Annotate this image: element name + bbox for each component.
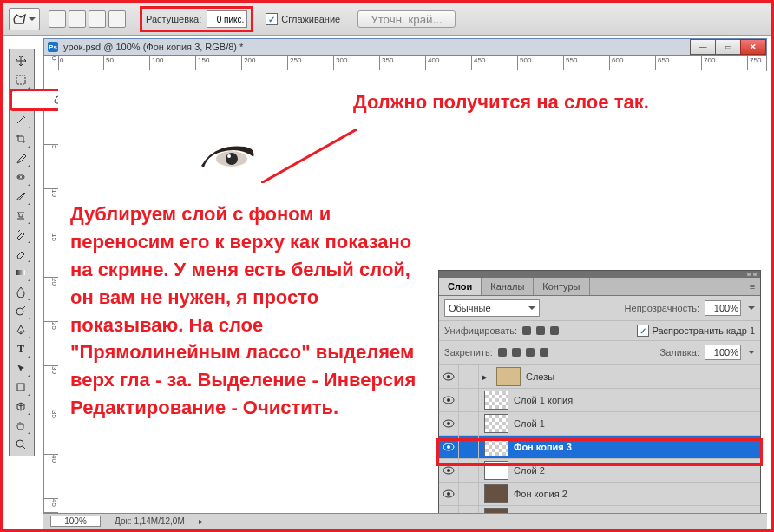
refine-edge-button[interactable]: Уточн. край... [357, 10, 455, 28]
zoom-input[interactable]: 100% [50, 516, 101, 527]
layer-row[interactable]: Фон🔒 [439, 529, 760, 532]
current-tool-preset[interactable] [9, 8, 40, 30]
ruler-tick: 350 [380, 56, 426, 70]
dodge-tool-icon[interactable] [11, 302, 30, 319]
visibility-toggle[interactable] [439, 459, 459, 482]
layer-thumbnail[interactable] [484, 414, 508, 433]
ruler-tick: 25 [44, 322, 58, 366]
lock-all-icon[interactable] [540, 348, 548, 357]
crop-tool-icon[interactable] [11, 130, 30, 148]
unify-label: Унифицировать: [444, 325, 517, 336]
selection-add-icon[interactable] [69, 10, 86, 28]
layer-row[interactable]: Слой 2 [439, 458, 760, 482]
window-maximize-button[interactable]: ▭ [715, 39, 741, 55]
layer-row[interactable]: Слой 1 копия [439, 388, 760, 411]
panel-grip[interactable] [439, 271, 760, 278]
fill-flyout-icon[interactable] [748, 351, 755, 354]
selection-subtract-icon[interactable] [89, 10, 106, 28]
magic-wand-tool-icon[interactable] [11, 111, 30, 128]
group-expand-icon[interactable]: ▸ [482, 371, 488, 383]
lock-pixels-icon[interactable] [512, 348, 521, 357]
layer-row[interactable]: Слой 1 [439, 411, 760, 435]
fill-input[interactable]: 100% [705, 345, 741, 360]
visibility-toggle[interactable] [439, 389, 459, 411]
layer-group[interactable]: ▸ Слезы [439, 365, 760, 388]
link-cell [459, 436, 479, 458]
tab-channels[interactable]: Каналы [482, 278, 534, 295]
eye-artwork [197, 140, 258, 173]
canvas[interactable]: Должно получится на слое так. Дублируем … [58, 70, 766, 513]
hand-tool-icon[interactable] [11, 417, 30, 434]
layer-thumbnail[interactable] [484, 437, 508, 456]
selection-intersect-icon[interactable] [108, 10, 126, 28]
ruler-tick: 300 [334, 56, 380, 70]
ruler-tick: 500 [518, 56, 564, 70]
layer-name: Слой 2 [514, 465, 545, 476]
move-tool-icon[interactable] [11, 52, 30, 69]
healing-tool-icon[interactable] [11, 168, 30, 186]
panel-menu-icon[interactable]: ≡ [744, 278, 760, 295]
ruler-vertical: 0551015202530354045 [43, 56, 59, 513]
antialias-checkbox[interactable]: ✓ Сглаживание [266, 13, 340, 25]
feather-label: Растушевка: [146, 14, 201, 24]
svg-point-3 [22, 176, 23, 178]
eyedropper-tool-icon[interactable] [11, 149, 30, 167]
chevron-down-icon [29, 17, 36, 21]
antialias-label: Сглаживание [281, 14, 340, 24]
eraser-tool-icon[interactable] [11, 245, 30, 262]
layer-row[interactable]: Фон копия 2 [439, 482, 760, 505]
layer-row[interactable]: Фон копия 3 [439, 435, 760, 458]
lock-position-icon[interactable] [526, 348, 535, 357]
3d-tool-icon[interactable] [11, 397, 30, 415]
svg-line-11 [261, 129, 357, 183]
feather-group-highlight: Растушевка: [140, 6, 253, 32]
layer-name: Фон копия 3 [514, 442, 572, 452]
opacity-flyout-icon[interactable] [748, 306, 755, 310]
zoom-tool-icon[interactable] [11, 436, 30, 453]
propagate-checkbox[interactable]: ✓ Распространить кадр 1 [637, 325, 755, 337]
feather-input[interactable] [207, 10, 247, 28]
layers-panel: Слои Каналы Контуры ≡ Обычные Непрозрачн… [438, 270, 761, 532]
link-cell [459, 483, 479, 505]
unify-position-icon[interactable] [522, 326, 531, 335]
path-select-tool-icon[interactable] [11, 359, 30, 377]
status-bar: 100% Док: 1,14M/12,0M ▸ [43, 513, 767, 529]
panel-tabs: Слои Каналы Контуры ≡ [439, 278, 760, 296]
window-minimize-button[interactable]: — [690, 39, 716, 55]
tab-layers[interactable]: Слои [439, 278, 482, 295]
ruler-tick: 10 [44, 189, 58, 233]
visibility-toggle[interactable] [439, 412, 459, 435]
ruler-tick: 550 [564, 56, 610, 70]
link-cell [459, 412, 479, 435]
type-tool-icon[interactable]: T [11, 340, 30, 358]
shape-tool-icon[interactable] [11, 378, 30, 396]
opacity-label: Непрозрачность: [625, 303, 699, 313]
window-close-button[interactable]: ✕ [740, 39, 766, 55]
blur-tool-icon[interactable] [11, 283, 30, 300]
blend-mode-select[interactable]: Обычные [444, 299, 540, 317]
visibility-toggle[interactable] [439, 365, 459, 388]
layer-thumbnail[interactable] [484, 391, 508, 410]
annotation-arrow [261, 129, 357, 183]
ruler-tick: 45 [44, 499, 58, 513]
check-icon: ✓ [637, 325, 649, 337]
tab-paths[interactable]: Контуры [534, 278, 589, 295]
history-brush-tool-icon[interactable] [11, 226, 30, 243]
selection-new-icon[interactable] [49, 10, 66, 28]
stamp-tool-icon[interactable] [11, 207, 30, 224]
marquee-tool-icon[interactable] [11, 71, 30, 89]
link-cell [459, 459, 479, 482]
brush-tool-icon[interactable] [11, 187, 30, 205]
layer-list: ▸ Слезы Слой 1 копияСлой 1Фон копия 3Сло… [439, 365, 760, 532]
layer-thumbnail[interactable] [484, 461, 508, 480]
layer-thumbnail[interactable] [484, 484, 508, 503]
opacity-input[interactable]: 100% [705, 300, 741, 316]
unify-visibility-icon[interactable] [536, 326, 545, 335]
status-flyout-icon[interactable]: ▸ [199, 516, 203, 526]
gradient-tool-icon[interactable] [11, 264, 30, 281]
lock-transparency-icon[interactable] [498, 348, 507, 357]
visibility-toggle[interactable] [439, 483, 459, 505]
pen-tool-icon[interactable] [11, 321, 30, 338]
visibility-toggle[interactable] [439, 436, 459, 458]
unify-style-icon[interactable] [550, 326, 559, 335]
